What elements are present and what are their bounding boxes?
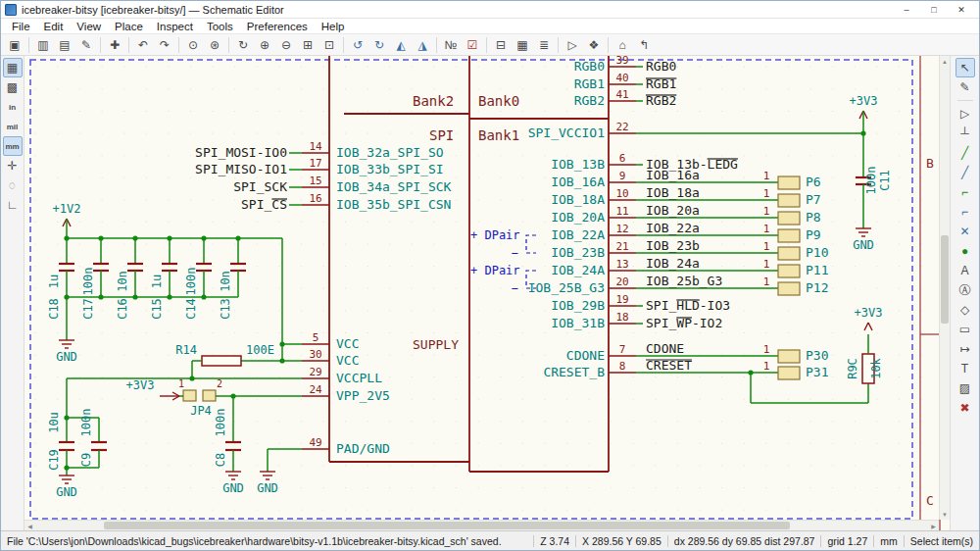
cap-value[interactable]: 10u <box>47 412 61 433</box>
page-settings-button[interactable]: ▥ <box>33 35 53 55</box>
net-label[interactable]: IOB_22a <box>646 221 700 235</box>
resistor-value[interactable]: 100E <box>246 343 274 357</box>
cap-value[interactable]: 100n <box>864 167 878 195</box>
symbol-editor-button[interactable]: ▷ <box>563 35 582 55</box>
bank0-header[interactable]: Bank0 <box>478 93 519 109</box>
power-label[interactable]: +3V3 <box>850 94 878 108</box>
hidden-pins-button[interactable]: ◌ <box>3 175 23 195</box>
cap-ref[interactable]: C18 <box>47 298 61 320</box>
hscroll-track[interactable] <box>35 521 928 530</box>
cap-value[interactable]: 10n <box>219 271 232 292</box>
zoom-fit-button[interactable]: ⊞ <box>298 35 318 55</box>
scroll-right-arrow[interactable]: ▶ <box>928 521 939 530</box>
cap-value[interactable]: 1u <box>47 275 61 288</box>
gnd-label[interactable]: GND <box>257 481 278 495</box>
vscroll-thumb[interactable] <box>941 235 949 324</box>
connector-label[interactable]: P9 <box>806 227 821 242</box>
frame-row-label[interactable]: B <box>926 156 934 171</box>
pin-number[interactable]: 30 <box>309 348 321 361</box>
delete-tool[interactable]: ✖ <box>956 398 975 418</box>
hierarchy-navigator-button[interactable]: ⌂ <box>612 35 632 55</box>
pin-number[interactable]: 1 <box>763 343 770 356</box>
connector-pad[interactable] <box>778 367 800 379</box>
add-power-tool[interactable]: ┴ <box>956 124 975 143</box>
pin-name[interactable]: CDONE <box>566 348 605 363</box>
pin-number[interactable]: 8 <box>619 360 626 373</box>
menu-inspect[interactable]: Inspect <box>150 21 200 32</box>
image-tool[interactable]: ▨ <box>956 378 975 398</box>
connector-label[interactable]: P30 <box>806 348 828 363</box>
leave-sheet-button[interactable]: ↰ <box>634 35 654 55</box>
cap-ref[interactable]: C11 <box>878 170 892 191</box>
pin-name[interactable]: IOB_23B <box>551 245 605 260</box>
connector-pad[interactable] <box>778 350 800 363</box>
junction-tool[interactable]: ● <box>956 241 975 261</box>
power-label[interactable]: +3V3 <box>126 378 155 392</box>
pin-name[interactable]: IOB_25B_G3 <box>528 280 605 295</box>
cap-value[interactable]: 100n <box>79 409 93 437</box>
maximize-button[interactable]: □ <box>920 2 948 18</box>
connector-label[interactable]: P12 <box>806 280 828 295</box>
resistor-ref[interactable]: R14 <box>175 343 197 357</box>
connector-pad[interactable] <box>778 194 800 207</box>
hier-label-tool[interactable]: ◇ <box>956 300 975 320</box>
add-wire-tool[interactable]: ╱ <box>956 143 975 163</box>
pin-name[interactable]: IOB_34a_SPI_SCK <box>336 179 452 194</box>
gnd-label[interactable]: GND <box>222 481 244 495</box>
connector-label[interactable]: P7 <box>806 192 821 207</box>
junction-dot[interactable] <box>279 341 284 346</box>
power-symbol[interactable] <box>864 323 868 330</box>
junction-dot[interactable] <box>201 235 206 240</box>
menu-tools[interactable]: Tools <box>200 21 240 32</box>
assign-footprints-button[interactable]: ⊟ <box>491 35 511 55</box>
cap-ref[interactable]: C13 <box>219 298 232 320</box>
pin-name[interactable]: IOB_13B <box>551 157 605 172</box>
cap-ref[interactable]: C19 <box>47 449 61 471</box>
cap-value[interactable]: 100n <box>214 409 227 437</box>
pin-name[interactable]: VPP_2V5 <box>336 388 390 403</box>
highlight-net-tool[interactable]: ✎ <box>956 77 975 97</box>
hier-sheet-tool[interactable]: ▭ <box>956 320 975 339</box>
pin-number[interactable]: 5 <box>313 331 319 344</box>
scroll-left-arrow[interactable]: ◀ <box>24 521 35 530</box>
junction-dot[interactable] <box>167 235 172 240</box>
pin-name[interactable]: IOB_31B <box>551 316 605 330</box>
pin-number[interactable]: 24 <box>309 383 322 396</box>
connector-label[interactable]: P6 <box>806 175 821 189</box>
connector-pad[interactable] <box>778 212 800 225</box>
cap-value[interactable]: 10n <box>116 271 129 292</box>
gnd-label[interactable]: GND <box>56 350 77 364</box>
menu-help[interactable]: Help <box>315 21 352 32</box>
cap-value[interactable]: 1u <box>150 275 164 288</box>
cap-ref[interactable]: C17 <box>81 298 95 320</box>
pin-number[interactable]: 21 <box>615 240 628 253</box>
pin-number[interactable]: 7 <box>619 343 626 356</box>
pin-number[interactable]: 1 <box>763 276 770 288</box>
find-replace-button[interactable]: ⊛ <box>205 35 224 55</box>
pin-name[interactable]: RGB0 <box>574 59 605 74</box>
junction-dot[interactable] <box>64 235 69 240</box>
cap-value[interactable]: 100n <box>184 268 198 296</box>
menu-edit[interactable]: Edit <box>37 21 71 32</box>
pin-number[interactable]: 20 <box>615 276 628 288</box>
redo-button[interactable]: ↷ <box>155 35 174 55</box>
pin-name[interactable]: IOB_29B <box>551 298 605 313</box>
pin-number[interactable]: 2 <box>217 378 222 389</box>
dpair-plus-label[interactable]: + DPair <box>470 228 520 242</box>
pin-number[interactable]: 12 <box>615 223 628 235</box>
pin-name[interactable]: IOB_18A <box>551 192 605 207</box>
menu-preferences[interactable]: Preferences <box>240 21 315 32</box>
net-label[interactable]: IOB_20a <box>646 203 700 218</box>
pin-number[interactable]: 1 <box>763 240 770 253</box>
find-button[interactable]: ⊙ <box>183 35 203 55</box>
mirror-v-button[interactable]: ◭ <box>391 35 411 55</box>
connector-pad[interactable] <box>778 176 800 189</box>
hier-label[interactable]: SPI_SCK <box>233 179 287 194</box>
junction-dot[interactable] <box>279 358 284 363</box>
pin-name[interactable]: IOB_22A <box>551 227 605 242</box>
pin-number[interactable]: 1 <box>763 258 770 271</box>
menu-view[interactable]: View <box>70 21 108 32</box>
pin-name[interactable]: SPI_VCCIO1 <box>528 125 605 140</box>
units-inches-button[interactable]: in <box>3 97 23 117</box>
pin-number[interactable]: 49 <box>309 436 321 449</box>
